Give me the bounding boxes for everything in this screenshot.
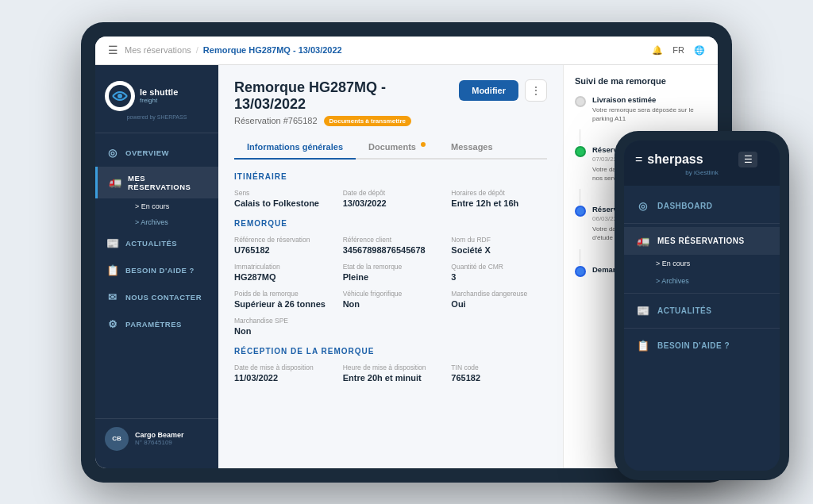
menu-icon[interactable]: ☰ [108,44,118,56]
field-heure-dispo: Heure de mise à disposition Entre 20h et… [343,364,439,383]
more-options-button[interactable]: ⋮ [525,79,547,102]
top-bar: ☰ Mes réservations / Remorque HG287MQ - … [95,37,718,65]
modify-button[interactable]: Modifier [459,80,518,101]
sidebar-item-contact-label: NOUS CONTACTER [125,293,202,302]
globe-icon[interactable]: 🌐 [694,45,705,56]
field-spe-value: Non [234,326,330,336]
phone-aide-label: BESOIN D'AIDE ? [657,341,730,350]
phone-dashboard-icon: ◎ [637,200,649,212]
sidebar-item-parametres-label: PARAMÈTRES [125,320,182,329]
field-sens: Sens Calais to Folkestone [234,189,330,208]
breadcrumb: Mes réservations / Remorque HG287MQ - 13… [125,45,342,55]
field-sens-label: Sens [234,189,330,197]
timeline-title-livraison: Livraison estimée [592,95,707,104]
sidebar-subitem-archives[interactable]: > Archives [124,214,218,230]
page-title: Remorque HG287MQ - 13/03/2022 [234,79,459,113]
field-horaires-label: Horaires de dépôt [451,189,547,197]
eurotunnel-logo [105,81,135,111]
documents-dot [421,142,426,147]
remorque-grid-4: Marchandise SPE Non [234,317,547,336]
documents-badge: Documents à transmettre [324,116,411,126]
sidebar-item-overview-label: OVERVIEW [125,148,169,157]
scroll-indicator: ☰ [738,152,757,167]
field-ref-client-label: Référence client [343,236,439,244]
scroll-icon: ☰ [744,154,753,165]
field-tin-label: TIN code [451,364,547,371]
breadcrumb-home[interactable]: Mes réservations [125,45,191,55]
field-cmr-value: 3 [451,272,547,282]
svg-point-1 [118,94,122,98]
logo-area: le shuttle freight powered by SHERPASS [95,75,218,133]
header-actions: Modifier ⋮ [459,79,547,102]
sidebar-subitem-encours[interactable]: > En cours [124,198,218,214]
logo-shuttle: le shuttle [140,88,178,97]
avatar: CB [105,427,129,451]
field-poids-label: Poids de la remorque [234,290,330,298]
phone-sub-encours[interactable]: > En cours [624,255,780,272]
timeline-line-3 [580,249,580,265]
field-tin-value: 765182 [451,373,547,383]
sherpass-text: sherpass [647,152,703,167]
phone-nav-dashboard[interactable]: ◎ DASHBOARD [624,192,780,220]
field-spe-label: Marchandise SPE [234,317,330,325]
phone-divider-2 [624,293,780,294]
phone-screen: = sherpass ☰ by iGestlink ◎ DASHBOARD 🚛 … [624,140,780,471]
phone-actualites-label: ACTUALITÉS [657,306,711,315]
timeline-livraison: Livraison estimée Votre remorque sera dé… [575,95,707,123]
phone-nav-actualites[interactable]: 📰 ACTUALITÉS [624,297,780,325]
breadcrumb-sep: / [196,45,198,55]
user-info: Cargo Beamer N° 87645109 [135,431,209,446]
field-etat-label: Etat de la remorque [343,263,439,271]
aide-icon: 📋 [106,264,119,277]
sidebar: le shuttle freight powered by SHERPASS ◎… [95,65,218,468]
lang-selector[interactable]: FR [672,45,684,55]
timeline-dot-livraison [575,96,586,107]
overview-icon: ◎ [106,147,119,160]
parametres-icon: ⚙ [106,318,119,331]
tab-documents[interactable]: Documents [356,136,438,158]
page-header: Remorque HG287MQ - 13/03/2022 Réservatio… [234,79,547,126]
logo-freight: freight [140,97,178,104]
field-heure-dispo-value: Entre 20h et minuit [343,373,439,383]
reservation-meta: Réservation #765182 Documents à transmet… [234,116,459,126]
phone-header: = sherpass ☰ by iGestlink [624,140,780,186]
sidebar-item-overview[interactable]: ◎ OVERVIEW [95,140,218,167]
field-horaires: Horaires de dépôt Entre 12h et 16h [451,189,547,208]
tab-messages[interactable]: Messages [438,136,506,158]
phone-reservations-icon: 🚛 [637,235,649,247]
field-frigo-value: Non [343,299,439,309]
user-id: N° 87645109 [135,439,209,446]
field-date-dispo-value: 11/03/2022 [234,373,330,383]
tab-informations[interactable]: Informations générales [234,136,356,160]
phone-nav-reservations[interactable]: 🚛 MES RÉSERVATIONS [624,227,780,255]
field-heure-dispo-label: Heure de mise à disposition [343,364,439,371]
phone-sub-archives[interactable]: > Archives [624,272,780,290]
sidebar-item-aide[interactable]: 📋 BESOIN D'AIDE ? [95,257,218,284]
phone-dashboard-label: DASHBOARD [657,202,713,210]
field-immat: Immatriculation HG287MQ [234,263,330,282]
sidebar-item-reservations[interactable]: 🚛 MES RÉSERVATIONS [95,167,218,198]
field-frigo-label: Véhicule frigorifique [343,290,439,298]
phone-actualites-icon: 📰 [637,305,649,317]
phone-reservations-label: MES RÉSERVATIONS [657,237,745,245]
outer-wrapper: ☰ Mes réservations / Remorque HG287MQ - … [0,0,813,504]
sherpass-icon: = [635,152,642,167]
sidebar-item-contact[interactable]: ✉ NOUS CONTACTER [95,284,218,311]
tabs: Informations générales Documents Message… [234,136,547,160]
field-etat-value: Pleine [343,272,439,282]
sidebar-item-actualites[interactable]: 📰 ACTUALITÉS [95,230,218,257]
field-date-dispo: Date de mise à disposition 11/03/2022 [234,364,330,383]
contact-icon: ✉ [106,291,119,304]
field-cmr-label: Quantité de CMR [451,263,547,271]
field-immat-value: HG287MQ [234,272,330,282]
phone-nav-aide[interactable]: 📋 BESOIN D'AIDE ? [624,332,780,360]
field-ref-client: Référence client 34567898876545678 [343,236,439,255]
phone-nav: ◎ DASHBOARD 🚛 MES RÉSERVATIONS > En cour… [624,186,780,471]
bell-icon[interactable]: 🔔 [652,45,663,56]
breadcrumb-current: Remorque HG287MQ - 13/03/2022 [203,45,342,55]
phone-device: = sherpass ☰ by iGestlink ◎ DASHBOARD 🚛 … [615,131,789,480]
phone-divider-1 [624,223,780,224]
sidebar-item-parametres[interactable]: ⚙ PARAMÈTRES [95,311,218,338]
field-cmr: Quantité de CMR 3 [451,263,547,282]
sherpass-logo: = sherpass ☰ [635,152,769,167]
